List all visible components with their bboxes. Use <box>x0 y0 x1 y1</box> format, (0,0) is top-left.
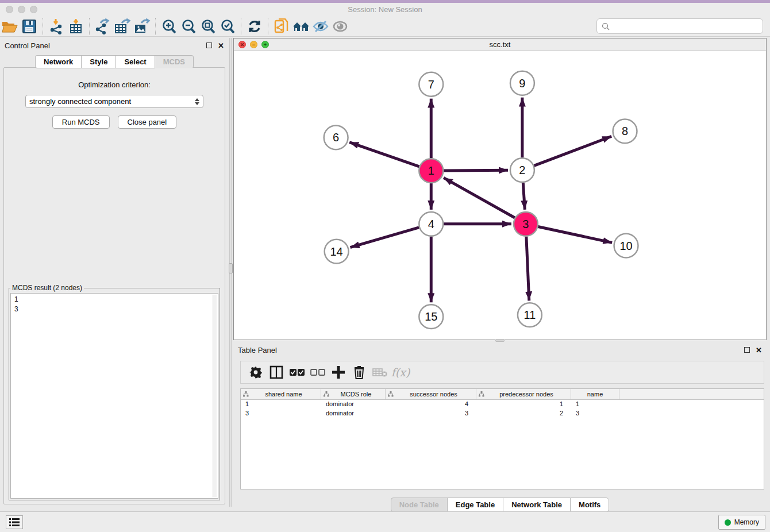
graph-node-label-11: 11 <box>524 309 536 321</box>
tab-edge-table[interactable]: Edge Table <box>447 498 503 512</box>
search-icon <box>602 22 610 30</box>
memory-button[interactable]: Memory <box>718 515 765 530</box>
mcds-result-legend: MCDS result (2 nodes) <box>10 284 84 292</box>
select-all-checkboxes-icon[interactable] <box>288 363 306 381</box>
network-overview-icon[interactable] <box>272 17 291 36</box>
edge-3-11[interactable] <box>526 237 529 301</box>
table-row[interactable]: 3dominator323 <box>241 409 764 418</box>
show-column-icon[interactable] <box>267 363 286 381</box>
delete-column-trash-icon[interactable] <box>350 363 368 381</box>
edge-3-10[interactable] <box>538 226 612 242</box>
edge-1-6[interactable] <box>349 142 419 167</box>
column-header-successor-nodes[interactable]: successor nodes <box>386 389 476 399</box>
tab-node-table[interactable]: Node Table <box>391 498 447 512</box>
mcds-result-text[interactable]: 13 <box>10 293 218 499</box>
export-network-icon[interactable] <box>93 17 113 36</box>
splitter-grip[interactable] <box>229 263 233 273</box>
column-label: shared name <box>249 391 318 398</box>
column-label: name <box>573 391 617 398</box>
network-graph-canvas[interactable]: 7968124314101511 <box>234 51 766 340</box>
session-title: Session: New Session <box>0 5 770 14</box>
edge-4-14[interactable] <box>351 228 419 248</box>
table-cell: 4 <box>386 400 476 409</box>
search-box[interactable] <box>596 18 763 34</box>
table-cell: 3 <box>571 409 619 418</box>
result-lines: 13 <box>14 295 218 314</box>
float-table-panel-icon[interactable] <box>744 347 750 353</box>
edge-1-2[interactable] <box>444 170 508 171</box>
mac-titlebar: Session: New Session <box>0 3 770 16</box>
network-window-title: scc.txt <box>234 40 766 49</box>
cybrowser-home-icon[interactable] <box>291 17 311 36</box>
edge-2-3[interactable] <box>523 183 525 210</box>
apply-layout-refresh-icon[interactable] <box>245 17 264 36</box>
horizontal-splitter-grip[interactable] <box>495 339 505 342</box>
list-icon <box>9 518 20 526</box>
column-type-icon <box>324 391 329 397</box>
show-graphics-details-eye-icon[interactable] <box>330 17 350 36</box>
column-label: successor nodes <box>394 391 473 398</box>
save-session-icon[interactable] <box>20 17 39 36</box>
status-bar: Memory <box>0 511 770 532</box>
column-header-name[interactable]: name <box>571 389 619 399</box>
network-window-titlebar[interactable]: ✕ − + scc.txt <box>234 38 766 51</box>
close-panel-button[interactable]: Close panel <box>118 115 177 129</box>
import-network-icon[interactable] <box>47 17 66 36</box>
table-panel-header: Table Panel ✕ <box>233 342 767 357</box>
close-panel-icon[interactable]: ✕ <box>218 41 224 50</box>
export-table-icon[interactable] <box>113 17 132 36</box>
result-line: 1 <box>14 295 218 304</box>
hide-panels-eye-icon[interactable] <box>311 17 330 36</box>
open-file-icon[interactable] <box>0 17 20 36</box>
result-scrollbar[interactable] <box>213 295 217 497</box>
graph-node-label-3: 3 <box>522 218 529 230</box>
panel-splitter[interactable] <box>229 38 232 507</box>
edge-3-1[interactable] <box>444 178 515 218</box>
deselect-all-checkboxes-icon[interactable] <box>309 363 327 381</box>
graph-node-label-8: 8 <box>622 125 628 137</box>
graph-node-label-4: 4 <box>428 218 434 230</box>
run-mcds-button[interactable]: Run MCDS <box>52 115 110 129</box>
optimization-criterion-label: Optimization criterion: <box>4 80 225 89</box>
tab-network[interactable]: Network <box>35 55 81 68</box>
column-type-icon <box>243 391 249 397</box>
column-header-shared-name[interactable]: shared name <box>241 389 321 399</box>
column-label: MCDS role <box>329 391 383 398</box>
column-header-MCDS-role[interactable]: MCDS role <box>321 389 386 399</box>
mcds-tab-content: Optimization criterion: strongly connect… <box>3 67 225 504</box>
add-column-icon[interactable] <box>329 363 348 381</box>
close-table-panel-icon[interactable]: ✕ <box>756 346 762 354</box>
node-table-body: 1dominator4113dominator323 <box>241 400 764 418</box>
search-input[interactable] <box>613 22 763 30</box>
tab-motifs[interactable]: Motifs <box>570 498 609 512</box>
edge-2-8[interactable] <box>534 136 611 165</box>
float-panel-icon[interactable] <box>206 43 212 48</box>
zoom-out-icon[interactable] <box>179 17 198 36</box>
tab-style[interactable]: Style <box>81 55 116 68</box>
column-label: predecessor nodes <box>484 391 568 398</box>
memory-label: Memory <box>734 518 759 526</box>
main-toolbar <box>0 16 770 37</box>
task-history-button[interactable] <box>6 515 23 529</box>
control-panel: Control Panel ✕ NetworkStyleSelectMCDS O… <box>0 38 229 507</box>
zoom-selected-icon[interactable] <box>218 17 237 36</box>
zoom-fit-icon[interactable] <box>198 17 218 36</box>
toolbar-separator <box>43 18 43 35</box>
toolbar-separator <box>241 18 241 35</box>
table-options-gear-icon[interactable] <box>247 363 265 381</box>
column-header-predecessor-nodes[interactable]: predecessor nodes <box>476 389 571 399</box>
control-panel-header: Control Panel ✕ <box>0 38 229 53</box>
tab-mcds[interactable]: MCDS <box>155 55 194 68</box>
zoom-in-icon[interactable] <box>159 17 179 36</box>
control-panel-title: Control Panel <box>5 41 206 50</box>
dropdown-selected-value: strongly connected component <box>29 97 195 106</box>
tab-select[interactable]: Select <box>116 55 154 68</box>
import-table-icon[interactable] <box>66 17 86 36</box>
optimization-criterion-dropdown[interactable]: strongly connected component <box>25 95 203 108</box>
table-cell: 3 <box>386 409 476 418</box>
export-image-icon[interactable] <box>132 17 152 36</box>
result-line: 3 <box>14 304 218 314</box>
table-cell: 3 <box>241 409 321 418</box>
table-row[interactable]: 1dominator411 <box>241 400 764 409</box>
tab-network-table[interactable]: Network Table <box>503 498 570 512</box>
